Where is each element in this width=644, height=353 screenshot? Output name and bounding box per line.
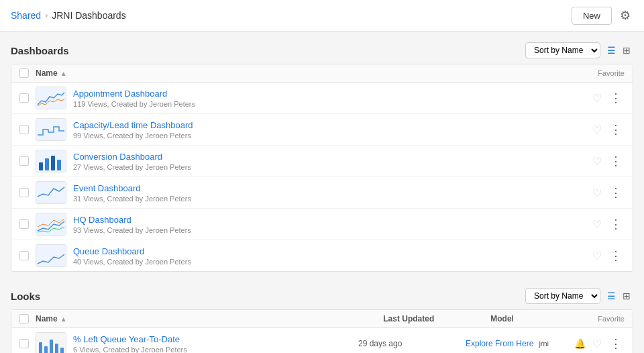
dashboards-title: Dashboards: [11, 45, 69, 56]
svg-rect-5: [51, 156, 55, 170]
dashboards-section-actions: Sort by Name Sort by Date ☰ ⊞: [525, 42, 633, 58]
looks-list-view-button[interactable]: ☰: [604, 289, 619, 303]
looks-section-actions: Sort by Name Sort by Date ☰ ⊞: [525, 288, 633, 304]
looks-name-col-header[interactable]: Name ▲: [36, 314, 383, 323]
dashboard-name[interactable]: Appointment Dashboard: [73, 89, 195, 99]
breadcrumb-separator: ›: [45, 11, 48, 20]
item-text: Event Dashboard 31 Views, Created by Jer…: [73, 183, 191, 203]
favorite-button[interactable]: ♡: [591, 336, 603, 352]
dashboard-name[interactable]: Event Dashboard: [73, 183, 191, 193]
breadcrumb-shared[interactable]: Shared: [11, 10, 41, 21]
favorite-button[interactable]: ♡: [591, 185, 603, 201]
dashboard-thumbnail: [36, 181, 66, 204]
more-options-button[interactable]: ⋮: [607, 184, 625, 201]
table-row: Conversion Dashboard 27 Views, Created b…: [11, 146, 633, 177]
looks-model-col-header[interactable]: Model: [490, 314, 598, 323]
more-options-button[interactable]: ⋮: [607, 215, 625, 233]
explore-from-here-link[interactable]: Explore From Here: [466, 339, 533, 348]
dashboard-meta: 99 Views, Created by Jeroen Peters: [73, 132, 193, 140]
item-text: HQ Dashboard 93 Views, Created by Jeroen…: [73, 215, 191, 234]
row-checkbox[interactable]: [19, 156, 29, 166]
row-checkbox[interactable]: [19, 188, 29, 197]
row-actions: ♡ ⋮: [591, 121, 625, 138]
dashboards-view-toggle: ☰ ⊞: [604, 43, 633, 58]
item-info: Event Dashboard 31 Views, Created by Jer…: [36, 181, 591, 204]
model-explore: Explore From Here jrni: [466, 339, 573, 348]
more-options-button[interactable]: ⋮: [607, 152, 625, 170]
favorite-button[interactable]: ♡: [591, 91, 603, 106]
row-checkbox[interactable]: [19, 93, 29, 103]
row-checkbox[interactable]: [19, 339, 29, 348]
row-checkbox[interactable]: [19, 251, 29, 260]
main-content: Dashboards Sort by Name Sort by Date ☰ ⊞…: [0, 32, 644, 353]
gear-icon: ⚙: [620, 9, 631, 22]
new-button[interactable]: New: [572, 7, 612, 25]
look-meta: 6 Views, Created by Jeroen Peters: [73, 346, 187, 354]
dashboards-favorite-col-header: Favorite: [598, 69, 625, 77]
svg-rect-14: [55, 344, 58, 353]
svg-rect-6: [57, 160, 61, 170]
item-text: Conversion Dashboard 27 Views, Created b…: [73, 152, 191, 171]
dashboards-sort-select[interactable]: Sort by Name Sort by Date: [525, 42, 600, 58]
row-checkbox[interactable]: [19, 219, 29, 229]
looks-table: Name ▲ Last Updated Model Favorite % Lef…: [11, 309, 633, 353]
svg-rect-11: [39, 342, 42, 353]
row-actions: ♡ ⋮: [591, 152, 625, 170]
favorite-button[interactable]: ♡: [591, 154, 603, 169]
svg-rect-12: [44, 346, 48, 353]
row-actions: ♡ ⋮: [591, 215, 625, 233]
item-info: Queue Dashboard 40 Views, Created by Jer…: [36, 244, 591, 267]
alert-button[interactable]: 🔔: [573, 337, 587, 350]
item-info: Appointment Dashboard 119 Views, Created…: [36, 87, 591, 109]
table-row: Capacity/Lead time Dashboard 99 Views, C…: [11, 114, 633, 146]
item-info: Conversion Dashboard 27 Views, Created b…: [36, 150, 591, 172]
looks-grid-view-button[interactable]: ⊞: [620, 289, 633, 303]
row-checkbox[interactable]: [19, 125, 29, 134]
dashboard-meta: 27 Views, Created by Jeroen Peters: [73, 163, 191, 171]
looks-view-toggle: ☰ ⊞: [604, 289, 633, 303]
looks-sort-select[interactable]: Sort by Name Sort by Date: [525, 288, 600, 304]
dashboard-name[interactable]: Conversion Dashboard: [73, 152, 191, 162]
dashboards-section-header: Dashboards Sort by Name Sort by Date ☰ ⊞: [11, 42, 633, 58]
dashboards-select-all-checkbox[interactable]: [19, 68, 29, 78]
grid-view-button[interactable]: ⊞: [620, 43, 633, 58]
favorite-button[interactable]: ♡: [591, 217, 603, 232]
look-name[interactable]: % Left Queue Year-To-Date: [73, 334, 187, 344]
more-options-button[interactable]: ⋮: [607, 335, 625, 352]
more-options-button[interactable]: ⋮: [607, 247, 625, 264]
favorite-button[interactable]: ♡: [591, 248, 603, 264]
svg-rect-0: [36, 87, 66, 109]
item-text: Appointment Dashboard 119 Views, Created…: [73, 89, 195, 108]
dashboard-meta: 40 Views, Created by Jeroen Peters: [73, 258, 191, 266]
looks-section-header: Looks Sort by Name Sort by Date ☰ ⊞: [11, 288, 633, 304]
table-row: HQ Dashboard 93 Views, Created by Jeroen…: [11, 209, 633, 240]
favorite-button[interactable]: ♡: [591, 122, 603, 138]
item-text: % Left Queue Year-To-Date 6 Views, Creat…: [73, 334, 187, 354]
looks-title: Looks: [11, 291, 40, 302]
model-badge: jrni: [539, 340, 549, 348]
dashboards-table-header: Name ▲ Favorite: [11, 64, 633, 83]
dashboards-table: Name ▲ Favorite Appointment Dashboard 11…: [11, 64, 633, 272]
dashboard-name[interactable]: Capacity/Lead time Dashboard: [73, 120, 193, 130]
table-row: % Left Queue Year-To-Date 6 Views, Creat…: [11, 328, 633, 353]
looks-last-updated-col-header[interactable]: Last Updated: [383, 314, 490, 323]
dashboard-meta: 93 Views, Created by Jeroen Peters: [73, 226, 191, 234]
sort-arrow-icon: ▲: [60, 70, 67, 77]
more-options-button[interactable]: ⋮: [607, 89, 625, 107]
looks-table-header: Name ▲ Last Updated Model Favorite: [11, 310, 633, 328]
item-info: Capacity/Lead time Dashboard 99 Views, C…: [36, 118, 591, 141]
gear-button[interactable]: ⚙: [617, 5, 633, 26]
dashboard-name[interactable]: Queue Dashboard: [73, 246, 191, 256]
last-updated: 29 days ago: [358, 339, 466, 348]
dashboards-name-col-header[interactable]: Name ▲: [36, 68, 598, 78]
more-options-button[interactable]: ⋮: [607, 121, 625, 138]
look-thumbnail: [36, 332, 66, 353]
dashboard-thumbnail: [36, 244, 66, 267]
dashboard-name[interactable]: HQ Dashboard: [73, 215, 191, 225]
list-view-button[interactable]: ☰: [604, 43, 619, 58]
dashboard-meta: 119 Views, Created by Jeroen Peters: [73, 100, 195, 108]
breadcrumb: Shared › JRNI Dashboards: [11, 10, 126, 21]
table-row: Event Dashboard 31 Views, Created by Jer…: [11, 177, 633, 209]
looks-select-all-checkbox[interactable]: [19, 314, 29, 323]
dashboards-rows: Appointment Dashboard 119 Views, Created…: [11, 83, 633, 271]
